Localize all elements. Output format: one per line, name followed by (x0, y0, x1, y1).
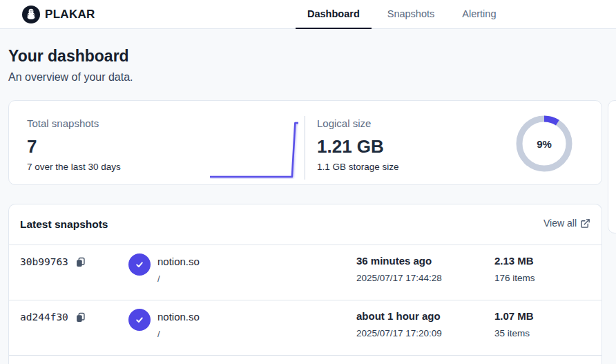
snapshots-sparkline-chart (210, 119, 298, 179)
logical-size-label: Logical size (317, 117, 399, 129)
latest-snapshots-title: Latest snapshots (20, 218, 108, 231)
snapshot-row[interactable]: ad244f30 notion.so / about 1 hour ago 20… (9, 300, 601, 355)
donut-percentage: 9% (514, 114, 574, 173)
page-subtitle: An overview of your data. (8, 71, 133, 84)
snapshot-items: 35 items (494, 328, 530, 338)
check-icon (134, 314, 145, 325)
snapshot-size: 1.07 MB (494, 310, 534, 322)
brand-name: PLAKAR (45, 8, 95, 21)
latest-snapshots-card: Latest snapshots View all 30b99763 (8, 204, 602, 364)
view-all-label: View all (543, 218, 577, 229)
snapshot-source: notion.so (157, 256, 200, 267)
snapshot-items: 176 items (494, 273, 535, 283)
peek-card-partial (608, 100, 616, 233)
status-check-badge (128, 309, 151, 331)
plakar-logo-icon (22, 6, 40, 23)
total-snapshots-label: Total snapshots (27, 117, 121, 129)
copy-icon[interactable] (75, 312, 86, 323)
snapshot-path: / (157, 274, 160, 284)
logical-size-subtext: 1.1 GB storage size (317, 162, 399, 172)
snapshot-row-partial (9, 355, 601, 364)
brand[interactable]: PLAKAR (22, 6, 95, 23)
snapshot-row[interactable]: 30b99763 notion.so / 36 minutes ago 2025… (9, 245, 601, 300)
tab-snapshots[interactable]: Snapshots (376, 0, 447, 29)
snapshot-id-cell: 30b99763 (20, 256, 86, 267)
snapshot-id: ad244f30 (20, 312, 68, 323)
top-navigation: PLAKAR Dashboard Snapshots Alerting (0, 0, 616, 29)
snapshot-relative-time: about 1 hour ago (356, 310, 441, 322)
snapshot-source: notion.so (157, 311, 200, 323)
check-icon (134, 259, 145, 270)
logical-size-value: 1.21 GB (317, 137, 399, 157)
snapshot-id-cell: ad244f30 (20, 312, 86, 323)
logical-size-stat: Logical size 1.21 GB 1.1 GB storage size (317, 117, 399, 172)
external-link-icon (580, 218, 590, 229)
total-snapshots-subtext: 7 over the last 30 days (27, 162, 121, 172)
snapshot-size: 2.13 MB (494, 255, 534, 267)
snapshot-path: / (157, 329, 160, 339)
total-snapshots-stat: Total snapshots 7 7 over the last 30 day… (27, 117, 121, 172)
snapshots-sparkline-line (210, 123, 298, 177)
storage-ratio-donut: 9% (514, 114, 574, 173)
latest-snapshots-header: Latest snapshots View all (9, 204, 601, 245)
snapshot-timestamp: 2025/07/17 17:20:09 (356, 328, 442, 338)
snapshot-timestamp: 2025/07/17 17:44:28 (356, 273, 442, 283)
stats-card: Total snapshots 7 7 over the last 30 day… (8, 100, 602, 185)
snapshot-id: 30b99763 (20, 256, 68, 267)
page-title: Your dashboard (8, 47, 129, 66)
copy-icon[interactable] (75, 257, 86, 267)
snapshot-relative-time: 36 minutes ago (356, 255, 432, 267)
tab-alerting[interactable]: Alerting (450, 0, 508, 29)
stats-divider (305, 116, 305, 180)
status-check-badge (128, 253, 151, 276)
total-snapshots-value: 7 (27, 137, 121, 157)
view-all-link[interactable]: View all (543, 218, 590, 229)
nav-tabs: Dashboard Snapshots Alerting (296, 0, 508, 29)
tab-dashboard[interactable]: Dashboard (296, 0, 372, 29)
